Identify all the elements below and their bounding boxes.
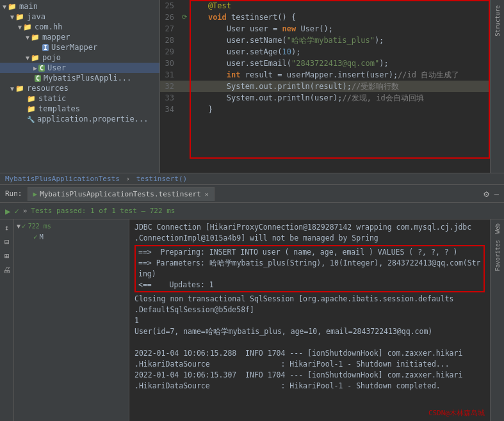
web-tab[interactable]: Web (493, 222, 502, 235)
sidebar-label: application.propertie... (37, 115, 148, 123)
interface-icon: I (42, 44, 49, 51)
minimize-icon[interactable]: — (494, 189, 499, 198)
code-line-31: 31 int result = userMapper.insert(user);… (160, 69, 490, 81)
sidebar-item-mapper[interactable]: 📁 mapper (0, 32, 159, 42)
sidebar-label: static (38, 94, 66, 103)
breadcrumb-method[interactable]: testinsert() (136, 175, 187, 183)
line-number: 29 (160, 46, 179, 58)
folder-icon: 📁 (31, 54, 40, 62)
console-line-parameters: ==> Parameters: 哈哈学mybatis_plus(String),… (138, 258, 481, 280)
console-line: 2022-01-04 10:06:15.288 INFO 1704 --- [i… (134, 348, 485, 359)
settings-icon[interactable]: ⚙ (484, 189, 489, 199)
line-body: User user = new User(); (190, 23, 490, 35)
expand-arrow (10, 85, 14, 92)
filter-icon[interactable]: ⊟ (3, 236, 10, 248)
line-number: 26 (160, 12, 179, 23)
code-line-25: 25 @Test (160, 0, 490, 12)
run-tab-label: MybatisPlusApplicationTests.testinsert (40, 190, 201, 198)
folder-icon: 📁 (27, 105, 36, 113)
scroll-icon[interactable]: ↕ (3, 222, 10, 234)
line-body: user.setEmail("2843722413@qq.com"); (190, 58, 490, 69)
breadcrumb-bar: MybatisPlusApplicationTests › testinsert… (0, 173, 504, 184)
folder-icon: 📁 (8, 3, 17, 11)
breadcrumb-class[interactable]: MybatisPlusApplicationTests (5, 175, 120, 183)
sidebar-item-resources[interactable]: 📁 resources (0, 83, 159, 93)
test-pass-status: Tests passed: 1 of 1 test – 722 ms (31, 207, 175, 215)
sidebar-item-main[interactable]: 📁 main (0, 1, 159, 12)
expand-arrow (33, 65, 37, 72)
console-line: .ConnectionImpl@1015a4b9] will not be ma… (134, 233, 485, 244)
print-icon[interactable]: 🖨 (2, 264, 12, 276)
code-line-32: 32 System.out.println(result);//受影响行数 (160, 81, 490, 92)
line-number: 30 (160, 58, 179, 69)
sidebar-item-mybatisplusapp[interactable]: C MybatisPlusAppli... (0, 73, 159, 83)
forward-icon: » (23, 207, 28, 215)
xml-icon: 🔧 (27, 116, 35, 123)
sidebar-item-pojo[interactable]: 📁 pojo (0, 52, 159, 63)
sidebar-label: templates (38, 104, 80, 113)
sidebar-label: com.hh (35, 22, 62, 31)
run-tab[interactable]: ▶ MybatisPlusApplicationTests.testinsert… (28, 187, 215, 201)
console-output: JDBC Connection [HikariProxyConnection@1… (129, 219, 490, 421)
console-line: JDBC Connection [HikariProxyConnection@1… (134, 222, 485, 233)
check-icon: ✓ (14, 207, 19, 216)
pass-check: ✓ (22, 222, 26, 230)
right-tabs: Structure (490, 0, 504, 173)
run-tree: ✓ 722 ms ✓ M (14, 219, 129, 421)
run-gutter[interactable]: ⟳ (179, 12, 190, 23)
close-tab-button[interactable]: ✕ (205, 191, 209, 198)
run-tree-child[interactable]: ✓ M (14, 232, 129, 242)
console-line: Closing non transactional SqlSession [or… (134, 294, 485, 305)
sidebar-label: main (19, 2, 38, 11)
console-line: 2022-01-04 10:06:15.307 INFO 1704 --- [i… (134, 370, 485, 381)
expand-arrow (26, 34, 29, 41)
play-button[interactable]: ▶ (5, 206, 10, 216)
line-body: System.out.println(result);//受影响行数 (190, 81, 490, 92)
folder-icon: 📁 (15, 13, 24, 21)
expand-arrow (26, 54, 29, 61)
expand-arrow (17, 223, 20, 230)
run-tree-root[interactable]: ✓ 722 ms (14, 221, 129, 232)
code-line-28: 28 user.setName("哈哈学mybatis_plus"); (160, 35, 490, 46)
run-panel: Run: ▶ MybatisPlusApplicationTests.testi… (0, 184, 504, 421)
console-line: User(id=7, name=哈哈学mybatis_plus, age=10,… (134, 326, 485, 337)
sidebar-item-java[interactable]: 📁 java (0, 12, 159, 22)
console-line-updates: <== Updates: 1 (138, 280, 481, 290)
sidebar-item-templates[interactable]: 📁 templates (0, 104, 159, 114)
line-body: @Test (190, 0, 490, 12)
right-panel-tabs: Web Favorites (490, 219, 504, 421)
expand-all-icon[interactable]: ⊞ (3, 250, 10, 262)
console-line-preparing: ==> Preparing: INSERT INTO user ( name, … (138, 247, 481, 258)
sidebar-label: UserMapper (51, 43, 97, 52)
line-body: int result = userMapper.insert(user);//i… (190, 69, 490, 81)
line-number: 27 (160, 23, 179, 35)
sidebar-item-static[interactable]: 📁 static (0, 93, 159, 104)
line-number: 31 (160, 69, 179, 81)
line-number: 25 (160, 0, 179, 12)
structure-tab[interactable]: Structure (493, 3, 502, 39)
sidebar-label: mapper (42, 33, 70, 42)
line-body: user.setAge(10); (190, 46, 490, 58)
sidebar-label: MybatisPlusAppli... (44, 74, 131, 83)
line-body: System.out.println(user);//发现, id会自动回填 (190, 92, 490, 104)
favorites-tab[interactable]: Favorites (493, 239, 502, 273)
folder-icon: 📁 (23, 23, 32, 31)
expand-arrow (3, 3, 6, 10)
code-editor: 25 @Test 26 ⟳ void testinsert() { 27 Use… (160, 0, 490, 173)
line-number: 32 (160, 81, 179, 92)
console-line: .HikariDataSource : HikariPool-1 - Shutd… (134, 359, 485, 370)
sidebar-item-comhh[interactable]: 📁 com.hh (0, 22, 159, 32)
sidebar-item-appproperties[interactable]: 🔧 application.propertie... (0, 114, 159, 124)
code-line-30: 30 user.setEmail("2843722413@qq.com"); (160, 58, 490, 69)
code-line-34: 34 } (160, 104, 490, 115)
sidebar-label: User (47, 63, 66, 72)
sidebar-item-user[interactable]: C User (0, 63, 159, 73)
folder-icon: 📁 (27, 95, 36, 103)
run-tab-icon: ▶ (33, 190, 38, 198)
console-line: .DefaultSqlSession@b5de58f] (134, 305, 485, 315)
breadcrumb-sep: › (126, 175, 130, 183)
sidebar-item-usermapper[interactable]: I UserMapper (0, 42, 159, 52)
console-line (134, 337, 485, 348)
code-line-26: 26 ⟳ void testinsert() { (160, 12, 490, 23)
run-status-bar: ▶ ✓ » Tests passed: 1 of 1 test – 722 ms (0, 203, 504, 219)
